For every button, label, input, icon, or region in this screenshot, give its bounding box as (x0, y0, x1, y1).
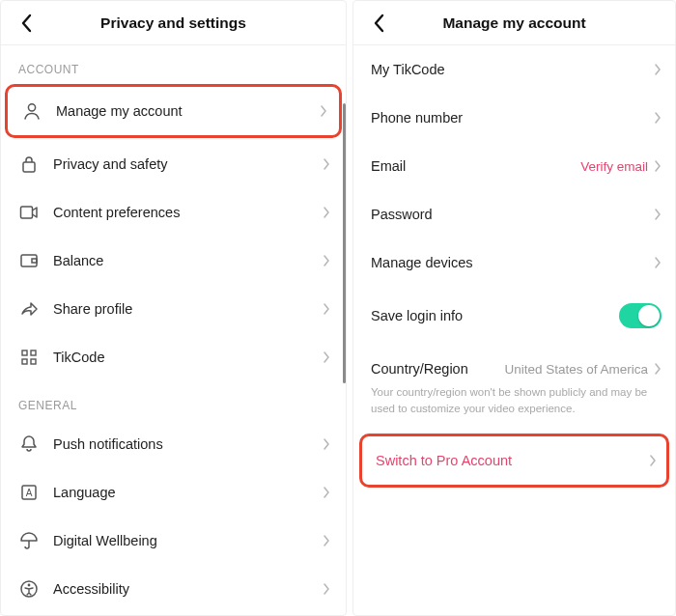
row-label: Language (53, 485, 323, 500)
row-phone-number[interactable]: Phone number (353, 94, 675, 142)
svg-rect-6 (31, 350, 36, 355)
chevron-right-icon (654, 362, 662, 376)
row-label: Content preferences (53, 205, 323, 220)
row-privacy-safety[interactable]: Privacy and safety (1, 140, 346, 188)
row-label: Digital Wellbeing (53, 533, 323, 548)
row-label: Phone number (371, 110, 654, 126)
chevron-right-icon (654, 63, 662, 76)
language-icon: A (18, 482, 40, 503)
chevron-right-icon (323, 534, 330, 547)
content-right: My TikCode Phone number Email Verify ema… (353, 45, 675, 615)
svg-text:A: A (26, 488, 33, 498)
header-right: Manage my account (353, 1, 675, 45)
row-label: Email (371, 158, 580, 174)
section-header-account: ACCOUNT (1, 45, 346, 84)
row-balance[interactable]: Balance (1, 237, 346, 285)
row-manage-account[interactable]: Manage my account (5, 84, 342, 138)
svg-rect-8 (31, 359, 36, 364)
chevron-left-icon (20, 14, 32, 33)
row-email[interactable]: Email Verify email (353, 142, 675, 190)
svg-point-0 (28, 104, 35, 111)
row-password[interactable]: Password (353, 190, 675, 238)
chevron-right-icon (323, 437, 330, 451)
chevron-right-icon (323, 582, 330, 596)
privacy-settings-pane: Privacy and settings ACCOUNT Manage my a… (0, 0, 347, 616)
row-label: Password (371, 207, 654, 222)
row-digital-wellbeing[interactable]: Digital Wellbeing (1, 517, 346, 565)
chevron-right-icon (323, 206, 330, 219)
share-icon (18, 298, 40, 320)
svg-rect-4 (32, 259, 37, 263)
chevron-right-icon (654, 159, 662, 173)
row-label: Accessibility (53, 581, 323, 597)
row-label: Privacy and safety (53, 156, 323, 172)
chevron-right-icon (323, 254, 330, 267)
svg-rect-3 (21, 255, 37, 266)
row-label: Save login info (371, 308, 619, 323)
row-value: United States of America (504, 362, 648, 377)
chevron-right-icon (654, 208, 662, 221)
row-my-tikcode[interactable]: My TikCode (353, 45, 675, 94)
row-label: Share profile (53, 301, 323, 317)
row-push-notifications[interactable]: Push notifications (1, 420, 346, 468)
scrollbar[interactable] (343, 103, 346, 383)
umbrella-icon (18, 530, 40, 551)
wallet-icon (18, 250, 40, 271)
manage-account-pane: Manage my account My TikCode Phone numbe… (352, 0, 676, 616)
chevron-right-icon (323, 302, 330, 316)
svg-point-12 (28, 584, 31, 587)
row-label: Manage my account (56, 103, 320, 119)
chevron-right-icon (320, 104, 327, 118)
chevron-right-icon (323, 486, 330, 499)
row-label: Switch to Pro Account (376, 453, 649, 468)
content-left: ACCOUNT Manage my account Privacy and sa… (1, 45, 346, 615)
svg-rect-7 (22, 359, 27, 364)
row-data-saver[interactable]: Data Saver (1, 613, 346, 615)
page-title-left: Privacy and settings (1, 14, 346, 32)
page-title-right: Manage my account (353, 14, 675, 32)
video-icon (18, 202, 40, 223)
row-content-preferences[interactable]: Content preferences (1, 188, 346, 237)
chevron-right-icon (649, 454, 657, 467)
row-accessibility[interactable]: Accessibility (1, 565, 346, 613)
svg-rect-2 (21, 207, 33, 218)
country-hint: Your country/region won't be shown publi… (353, 382, 675, 430)
back-button-right[interactable] (359, 1, 398, 45)
back-button-left[interactable] (7, 1, 45, 45)
svg-rect-1 (23, 162, 35, 172)
chevron-right-icon (654, 111, 662, 125)
row-share-profile[interactable]: Share profile (1, 285, 346, 333)
section-header-general: GENERAL (1, 381, 346, 420)
save-login-toggle[interactable] (619, 303, 662, 328)
qrcode-icon (18, 347, 40, 368)
chevron-right-icon (323, 350, 330, 364)
row-label: Push notifications (53, 436, 323, 452)
chevron-right-icon (654, 256, 662, 269)
header-left: Privacy and settings (1, 1, 346, 45)
row-label: Country/Region (371, 361, 504, 377)
lock-icon (18, 154, 40, 175)
row-label: My TikCode (371, 62, 654, 77)
chevron-left-icon (373, 14, 384, 33)
row-label: TikCode (53, 350, 323, 365)
row-label: Balance (53, 253, 323, 268)
row-tikcode[interactable]: TikCode (1, 333, 346, 381)
svg-rect-5 (22, 350, 27, 355)
row-save-login-info: Save login info (353, 287, 675, 345)
row-manage-devices[interactable]: Manage devices (353, 238, 675, 287)
row-language[interactable]: A Language (1, 468, 346, 517)
accessibility-icon (18, 578, 40, 600)
row-switch-pro[interactable]: Switch to Pro Account (359, 434, 669, 488)
person-icon (21, 100, 42, 122)
chevron-right-icon (323, 157, 330, 171)
bell-icon (18, 434, 40, 455)
row-label: Manage devices (371, 255, 654, 270)
row-value: Verify email (580, 159, 648, 174)
row-country-region[interactable]: Country/Region United States of America (353, 345, 675, 382)
